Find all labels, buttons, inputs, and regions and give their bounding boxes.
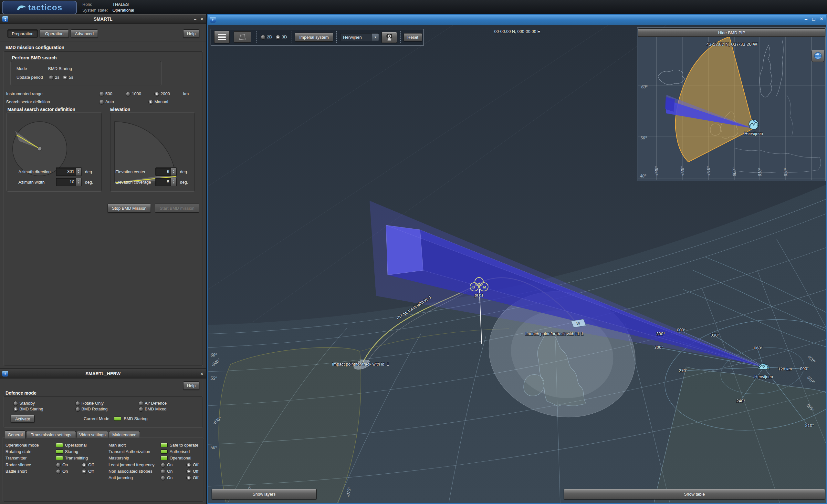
elevation-coverage-spinner[interactable]: 5 ▲▼ (155, 178, 177, 186)
radio-sector-auto[interactable] (99, 100, 104, 105)
camera-view-button[interactable] (382, 32, 397, 43)
spin-up-icon[interactable]: ▲ (78, 180, 80, 182)
radio-update-5s[interactable] (63, 75, 67, 80)
svg-text:000°: 000° (732, 167, 737, 176)
radio-3d[interactable] (276, 35, 280, 40)
svg-text:50°: 50° (211, 445, 217, 450)
map-3d-view[interactable]: Impact point for track with id: 1 PIT fo… (208, 25, 826, 503)
close-icon[interactable]: ✕ (818, 16, 825, 22)
tab-video-settings[interactable]: Video settings (77, 431, 108, 438)
defence-mode-title: Defence mode (5, 390, 37, 396)
azimuth-direction-value[interactable]: 301 (67, 169, 74, 174)
radio-bmd-rotating[interactable] (75, 407, 80, 412)
tab-general[interactable]: General (5, 431, 26, 439)
menu-button[interactable] (214, 31, 230, 43)
start-bmd-mission-button[interactable]: Start BMD mission (155, 204, 199, 213)
3d-label: 3D (282, 35, 287, 39)
radio-range-1000[interactable] (126, 92, 131, 97)
elevation-title: Elevation (110, 107, 130, 112)
radio-bmd-mixed[interactable] (139, 407, 143, 412)
svg-text:300°: 300° (654, 345, 663, 350)
site-letter-e: E (758, 367, 760, 370)
standby-label: Standby (19, 401, 35, 406)
range-500-label: 500 (105, 91, 112, 96)
radio-range-2000[interactable] (154, 92, 159, 97)
imperial-system-button[interactable]: Imperial system (295, 33, 333, 42)
radio-nas-on[interactable] (160, 469, 165, 474)
radio-battle-short-on[interactable] (56, 469, 61, 474)
elevation-coverage-value[interactable]: 5 (167, 179, 169, 184)
status-label: Rotating state (5, 449, 31, 454)
hide-bmd-pip-button[interactable]: Hide BMD PIP (638, 29, 825, 37)
radio-radar-silence-on[interactable] (56, 463, 61, 467)
tab-transmission-settings[interactable]: Transmission settings (26, 431, 76, 438)
show-layers-button[interactable]: Show layers (211, 489, 317, 500)
radio-2d[interactable] (261, 35, 265, 40)
smartl-herw-titlebar[interactable]: t SMARTL_HERW ✕ (0, 369, 206, 379)
maximize-icon[interactable]: □ (810, 16, 817, 21)
range-1000-label: 1000 (132, 91, 141, 96)
tacticos-logo: tacticos (2, 1, 77, 14)
tab-operation[interactable]: Operation (40, 30, 69, 38)
spin-up-icon[interactable]: ▲ (78, 169, 80, 172)
spin-down-icon[interactable]: ▼ (78, 172, 80, 174)
map-window: t – □ ✕ (207, 14, 827, 504)
activate-button[interactable]: Activate (11, 415, 35, 423)
close-icon[interactable]: ✕ (199, 16, 205, 22)
stop-bmd-mission-button[interactable]: Stop BMD Mission (108, 204, 151, 213)
help-button[interactable]: Help (183, 30, 199, 38)
elevation-center-spinner[interactable]: 6 ▲▼ (155, 167, 177, 176)
radio-ljf-on[interactable] (160, 463, 165, 467)
svg-text:060°: 060° (754, 346, 763, 350)
radio-radar-silence-off[interactable] (82, 463, 87, 467)
site-select-dropdown[interactable]: Herwijnen ▼ (340, 33, 379, 41)
svg-text:E: E (749, 124, 751, 127)
update-2s-label: 2s (55, 75, 59, 80)
azimuth-width-spinner[interactable]: 10 ▲▼ (56, 178, 82, 186)
radio-sector-manual[interactable] (148, 100, 153, 105)
spin-down-icon[interactable]: ▼ (173, 182, 175, 184)
radio-range-500[interactable] (99, 92, 104, 97)
chevron-down-icon[interactable]: ▼ (372, 34, 379, 41)
spin-down-icon[interactable]: ▼ (173, 172, 175, 174)
minimize-icon[interactable]: – (192, 16, 198, 22)
svg-text:-030°: -030° (654, 166, 659, 176)
spin-up-icon[interactable]: ▲ (173, 169, 175, 172)
map-titlebar[interactable]: t – □ ✕ (208, 15, 826, 25)
toolbar-separator (400, 31, 401, 43)
azimuth-width-value[interactable]: 10 (70, 179, 74, 184)
radio-bmd-staring[interactable] (13, 407, 18, 412)
azimuth-direction-spinner[interactable]: 301 ▲▼ (56, 167, 82, 176)
status-label: Least jammed frequency (108, 462, 154, 467)
pip-scene: G E W Herwijnen 43-52.87 N, 037-33.20 W … (638, 37, 825, 180)
bm-letter-m: M (483, 285, 486, 289)
radio-standby[interactable] (13, 401, 18, 406)
tab-preparation[interactable]: Preparation (7, 30, 38, 38)
bmd-pip-map[interactable]: G E W Herwijnen 43-52.87 N, 037-33.20 W … (638, 37, 825, 180)
measure-tool-button[interactable] (234, 31, 251, 43)
minimize-icon[interactable]: – (802, 16, 810, 21)
radio-anti-jamming-off[interactable] (186, 475, 191, 481)
reset-button[interactable]: Reset (403, 33, 422, 41)
elevation-sector-widget[interactable] (110, 113, 194, 191)
radio-air-defence[interactable] (139, 401, 143, 406)
azimuth-sector-widget[interactable] (7, 113, 101, 191)
spin-up-icon[interactable]: ▲ (173, 180, 175, 182)
smartl-titlebar[interactable]: t SMARTL – ✕ (0, 14, 206, 24)
radio-battle-short-off[interactable] (82, 469, 87, 474)
tab-advanced[interactable]: Advanced (71, 30, 98, 38)
elevation-center-value[interactable]: 6 (167, 169, 169, 174)
status-label: Non associated strobes (108, 469, 152, 474)
show-table-button[interactable]: Show table (564, 489, 825, 500)
close-icon[interactable]: ✕ (199, 371, 205, 377)
tab-maintenance[interactable]: Maintenance (109, 431, 140, 438)
radio-ljf-off[interactable] (186, 463, 191, 467)
spin-down-icon[interactable]: ▼ (78, 182, 80, 184)
mode-label: Mode (16, 66, 27, 71)
radio-nas-off[interactable] (186, 469, 191, 474)
radio-update-2s[interactable] (49, 75, 54, 80)
globe-view-button[interactable] (812, 50, 824, 62)
radio-anti-jamming-on[interactable] (160, 475, 165, 481)
herw-help-button[interactable]: Help (183, 381, 199, 390)
radio-rotate-only[interactable] (75, 401, 80, 406)
